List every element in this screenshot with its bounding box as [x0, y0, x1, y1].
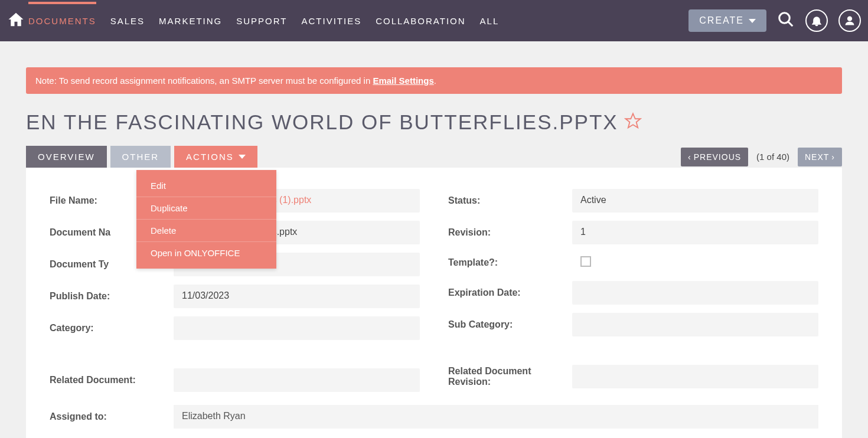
row-category: Category:	[50, 316, 420, 340]
value-status: Active	[572, 189, 818, 213]
chevron-left-icon: ‹	[688, 152, 691, 162]
value-category	[174, 316, 420, 340]
nav-documents[interactable]: DOCUMENTS	[28, 2, 96, 40]
row-assigned-to: Assigned to: Elizabeth Ryan	[50, 405, 818, 429]
user-icon[interactable]	[838, 9, 861, 32]
top-navbar: DOCUMENTS SALES MARKETING SUPPORT ACTIVI…	[0, 0, 868, 41]
next-button[interactable]: NEXT ›	[798, 148, 842, 166]
value-revision: 1	[572, 221, 818, 244]
action-edit[interactable]: Edit	[136, 175, 276, 197]
pager: ‹ PREVIOUS (1 of 40) NEXT ›	[681, 148, 842, 166]
tab-other[interactable]: OTHER	[110, 146, 171, 168]
action-open-onlyoffice[interactable]: Open in ONLYOFFICE	[136, 242, 276, 264]
label-template: Template?:	[448, 257, 572, 268]
previous-button[interactable]: ‹ PREVIOUS	[681, 148, 748, 166]
nav-marketing[interactable]: MARKETING	[159, 2, 222, 40]
nav-all[interactable]: ALL	[480, 2, 500, 40]
nav-support[interactable]: SUPPORT	[236, 2, 287, 40]
tab-actions-label: ACTIONS	[186, 152, 234, 162]
right-column: Status: Active Revision: 1 Template?: Ex…	[448, 189, 818, 392]
caret-down-icon	[239, 155, 246, 159]
value-sub-category	[572, 313, 818, 336]
value-related-document-revision	[572, 365, 818, 388]
value-template	[572, 253, 818, 273]
row-status: Status: Active	[448, 189, 818, 213]
chevron-right-icon: ›	[831, 152, 835, 162]
value-publish-date: 11/03/2023	[174, 285, 420, 308]
home-icon[interactable]	[7, 11, 28, 31]
label-category: Category:	[50, 323, 174, 334]
label-sub-category: Sub Category:	[448, 319, 572, 330]
tab-row: OVERVIEW OTHER ACTIONS Edit Duplicate De…	[26, 146, 842, 168]
row-sub-category: Sub Category:	[448, 313, 818, 336]
row-revision: Revision: 1	[448, 221, 818, 244]
label-status: Status:	[448, 195, 572, 206]
tab-actions[interactable]: ACTIONS	[174, 146, 257, 168]
previous-label: PREVIOUS	[694, 152, 741, 162]
next-label: NEXT	[805, 152, 829, 162]
alert-link[interactable]: Email Settings	[373, 76, 433, 86]
action-duplicate[interactable]: Duplicate	[136, 197, 276, 220]
create-button[interactable]: CREATE	[688, 9, 766, 32]
nav-activities[interactable]: ACTIVITIES	[301, 2, 361, 40]
tab-overview[interactable]: OVERVIEW	[26, 146, 107, 168]
label-assigned-to: Assigned to:	[50, 411, 174, 422]
label-related-document-revision: Related Document Revision:	[448, 366, 572, 387]
row-template: Template?:	[448, 253, 818, 273]
topnav-right: CREATE	[688, 9, 861, 32]
nav-items: DOCUMENTS SALES MARKETING SUPPORT ACTIVI…	[28, 2, 499, 40]
label-related-document: Related Document:	[50, 375, 174, 385]
smtp-alert: Note: To send record assignment notifica…	[26, 67, 842, 94]
value-related-document	[174, 368, 420, 392]
template-checkbox[interactable]	[580, 256, 591, 267]
nav-collaboration[interactable]: COLLABORATION	[376, 2, 465, 40]
nav-sales[interactable]: SALES	[110, 2, 145, 40]
row-publish-date: Publish Date: 11/03/2023	[50, 285, 420, 308]
action-delete[interactable]: Delete	[136, 220, 276, 242]
page-content: Note: To send record assignment notifica…	[0, 67, 868, 438]
row-expiration-date: Expiration Date:	[448, 281, 818, 305]
actions-dropdown: Edit Duplicate Delete Open in ONLYOFFICE	[136, 170, 276, 269]
svg-marker-3	[625, 114, 640, 128]
page-title: EN THE FASCINATING WORLD OF BUTTERFLIES.…	[26, 110, 618, 134]
alert-prefix: Note: To send record assignment notifica…	[35, 76, 373, 86]
value-assigned-to: Elizabeth Ryan	[174, 405, 818, 429]
svg-point-2	[848, 17, 852, 21]
pager-count: (1 of 40)	[756, 152, 789, 162]
row-related-document: Related Document:	[50, 368, 420, 392]
row-related-document-revision: Related Document Revision:	[448, 365, 818, 388]
alert-suffix: .	[434, 76, 436, 86]
search-icon[interactable]	[777, 11, 795, 31]
label-revision: Revision:	[448, 227, 572, 238]
svg-line-1	[788, 22, 793, 27]
svg-point-0	[779, 13, 790, 24]
label-expiration-date: Expiration Date:	[448, 287, 572, 298]
label-publish-date: Publish Date:	[50, 291, 174, 302]
value-expiration-date	[572, 281, 818, 305]
favorite-star-icon[interactable]	[624, 112, 642, 132]
notifications-icon[interactable]	[805, 9, 828, 32]
create-label: CREATE	[699, 15, 744, 26]
caret-down-icon	[749, 19, 756, 23]
